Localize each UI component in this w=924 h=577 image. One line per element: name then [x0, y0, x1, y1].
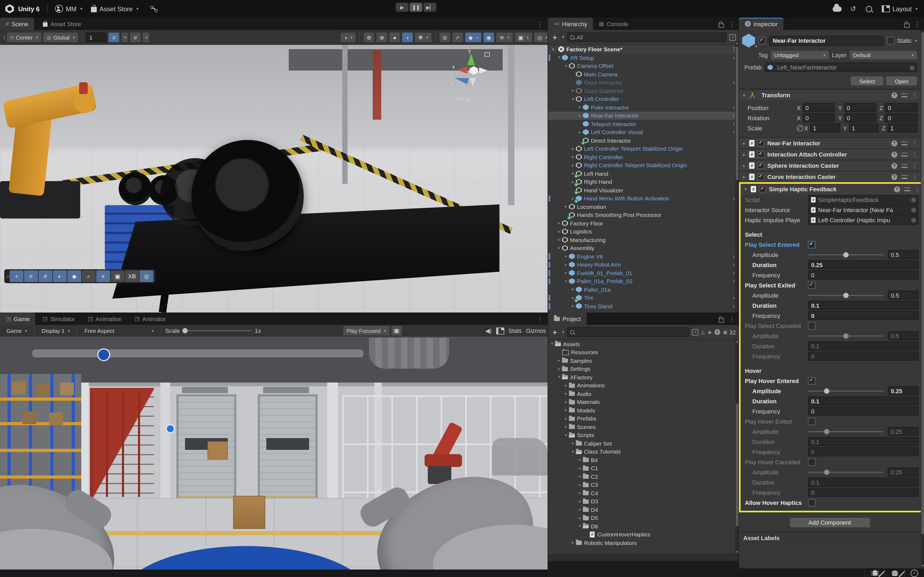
project-row[interactable]: Scripts — [548, 431, 739, 439]
active-checkbox[interactable] — [758, 37, 766, 44]
snap-button[interactable]: # — [130, 32, 141, 42]
slider-knob[interactable] — [824, 388, 830, 393]
expand-arrow[interactable] — [550, 47, 556, 52]
enabled-checkbox[interactable] — [758, 140, 764, 147]
value-field[interactable]: 0 — [808, 488, 919, 497]
cloud-icon[interactable] — [833, 6, 842, 11]
prefab-open-chevron[interactable]: › — [733, 253, 735, 259]
create-dropdown[interactable]: ▾ — [562, 330, 564, 334]
project-row[interactable]: Animations — [548, 381, 739, 390]
overlay-button[interactable]: ⌕ — [82, 270, 96, 282]
prefab-open-chevron[interactable]: › — [733, 121, 735, 127]
project-row[interactable]: Samples — [548, 356, 739, 364]
scale-slider[interactable] — [183, 328, 252, 334]
axis-field[interactable]: 1 — [849, 123, 879, 132]
overlay-button[interactable]: ⌖ — [96, 270, 110, 282]
display-menu[interactable]: Display 1▾ — [38, 326, 73, 335]
game-viewport[interactable] — [0, 337, 548, 569]
axis-field[interactable]: 1 — [810, 123, 840, 132]
prefab-select-button[interactable]: Select — [851, 76, 884, 85]
help-icon[interactable]: ? — [892, 140, 897, 146]
history-icon[interactable]: ↺ — [850, 5, 856, 12]
hierarchy-row[interactable]: Main Camera — [548, 70, 739, 78]
overlay-button[interactable]: ◆ — [67, 270, 81, 282]
gizmo-z-cone[interactable] — [454, 74, 469, 84]
expand-arrow[interactable] — [577, 105, 583, 110]
expand-arrow[interactable] — [563, 433, 569, 438]
project-row[interactable]: XFactory — [548, 373, 739, 381]
component-menu[interactable]: ⋮ — [912, 151, 918, 158]
draw-mode-button[interactable]: ◑▾ — [341, 32, 356, 42]
hierarchy-row[interactable]: Tires Stand › — [548, 302, 739, 310]
expand-arrow[interactable] — [556, 366, 562, 371]
value-field[interactable]: 0.1 — [808, 396, 919, 406]
particles-button[interactable]: ◆▾ — [465, 32, 481, 42]
game-tab[interactable]: ◳ Simulator — [37, 313, 81, 325]
overlay-handle[interactable]: ≡ — [6, 273, 9, 279]
tag-dropdown[interactable]: Untagged▾ — [771, 51, 829, 59]
hierarchy-row[interactable]: Right Controller — [548, 153, 739, 161]
layout-menu[interactable]: Layout▾ — [882, 5, 918, 13]
expand-arrow[interactable] — [563, 279, 569, 284]
hierarchy-row[interactable]: Engine V8 › — [548, 252, 739, 260]
hierarchy-row[interactable]: + Hand Visualizer — [548, 186, 739, 194]
search-icon[interactable] — [866, 6, 872, 12]
hierarchy-row[interactable]: Poke Interactor › — [548, 103, 739, 111]
gizmo-lock-icon[interactable] — [485, 52, 490, 56]
axis-field[interactable]: 1 — [888, 123, 918, 132]
expand-arrow[interactable] — [556, 237, 562, 242]
shaded-wireframe-button[interactable]: ⊕ — [363, 32, 374, 42]
slider-knob[interactable] — [843, 252, 848, 257]
expand-arrow[interactable] — [570, 147, 576, 151]
open-window-icon[interactable]: ↗ — [729, 34, 736, 40]
component-header[interactable]: Interaction Attach Controller ? ⋮ — [739, 149, 920, 160]
help-icon[interactable]: ? — [894, 186, 900, 192]
expand-arrow[interactable] — [570, 540, 576, 545]
presets-icon[interactable] — [901, 174, 908, 179]
hierarchy-row[interactable]: Manufacturing — [548, 235, 739, 244]
open-window-icon[interactable]: ↗ — [691, 329, 698, 335]
hierarchy-row[interactable]: Teleport Interactor › — [548, 120, 739, 128]
axis-field[interactable]: 0 — [844, 113, 876, 122]
toolbar-handle[interactable]: ‖ — [3, 34, 5, 40]
help-icon[interactable]: ? — [892, 92, 897, 98]
expand-arrow[interactable] — [577, 482, 583, 487]
stats-button[interactable]: Stats — [508, 327, 522, 334]
foldout-arrow[interactable] — [743, 187, 748, 192]
lighting-toggle-button[interactable]: ● — [389, 32, 400, 42]
help-icon[interactable]: ? — [892, 163, 897, 169]
audio-toggle-button[interactable]: ◖ — [402, 32, 413, 42]
expand-arrow[interactable] — [563, 271, 569, 276]
value-field[interactable]: 0 — [808, 311, 919, 320]
overlay-button[interactable]: ◐ — [53, 270, 67, 282]
object-field[interactable]: Left Controller (Haptic Impu ◎ — [808, 215, 919, 225]
gizmo-x-cone[interactable] — [458, 66, 467, 74]
isolation-button[interactable]: ⌿ — [452, 32, 463, 42]
script-field[interactable]: SimpleHapticFeedback ◎ — [808, 195, 919, 205]
amplitude-slider[interactable] — [808, 333, 884, 339]
expand-arrow[interactable] — [563, 262, 569, 267]
asset-store-menu[interactable]: Asset Store▾ — [91, 5, 139, 13]
effects-button[interactable]: ❋▾ — [415, 32, 431, 42]
game-tab[interactable]: ◳ Animation — [82, 313, 128, 325]
overlay-button[interactable]: ◎ — [140, 270, 153, 282]
prefab-open-chevron[interactable]: › — [733, 55, 735, 61]
overlay-button[interactable]: ▣ — [111, 270, 124, 282]
tab-project[interactable]: Project — [548, 313, 587, 325]
expand-arrow[interactable] — [563, 254, 569, 259]
project-row[interactable]: Robotic Manipulators — [548, 538, 739, 547]
project-panel-menu[interactable]: ⋮ — [729, 316, 735, 323]
hierarchy-row[interactable]: Right Controller Teleport Stabilized Ori… — [548, 161, 739, 169]
hierarchy-row[interactable]: XR Setup › — [548, 53, 739, 62]
value-field[interactable]: 0 — [808, 447, 919, 456]
prefab-open-chevron[interactable]: › — [733, 129, 735, 135]
slider-knob[interactable] — [824, 469, 830, 475]
wireframe-button[interactable]: ⊕ — [376, 32, 387, 42]
expand-arrow[interactable] — [577, 474, 583, 479]
project-row[interactable]: C3 — [548, 480, 739, 489]
gizmo-cube[interactable] — [470, 66, 478, 75]
slider-value-field[interactable]: 0.5 — [888, 250, 919, 259]
hierarchy-row[interactable]: Left Controller Teleport Stabilized Orig… — [548, 145, 739, 153]
expand-arrow[interactable] — [577, 458, 583, 463]
expand-arrow[interactable] — [556, 221, 562, 226]
